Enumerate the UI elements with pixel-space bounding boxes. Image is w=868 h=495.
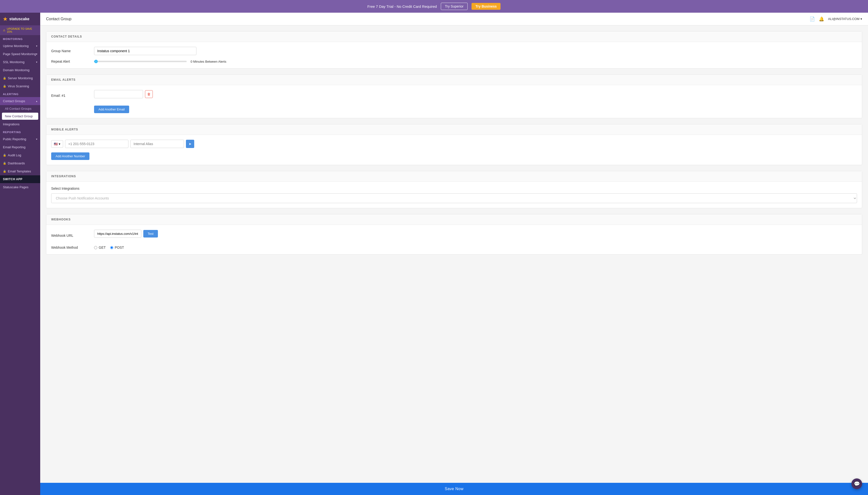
send-test-button[interactable]: ➤ [186, 140, 194, 148]
lock-icon: 🔒 [3, 170, 6, 173]
sidebar-item-server[interactable]: 🔒 Server Monitoring [0, 74, 40, 82]
radio-get[interactable]: GET [94, 245, 106, 250]
sidebar-item-dashboards[interactable]: 🔒 Dashboards [0, 159, 40, 167]
contact-groups-label: Contact Groups [3, 99, 25, 103]
integrations-body: Select Integrations Choose Push Notifica… [46, 182, 862, 208]
mobile-alerts-header: MOBILE ALERTS [46, 124, 862, 135]
group-name-label: Group Name [51, 49, 90, 53]
radio-get-label: GET [99, 245, 106, 250]
email-label: Email: #1 [51, 93, 90, 98]
chat-icon: 💬 [854, 481, 860, 487]
integrations-select[interactable]: Choose Push Notification Accounts [51, 193, 857, 203]
sidebar: ★ statuscake ⚠ UPGRADE TO SAVE 15% MONIT… [0, 13, 40, 495]
logo-icon: ★ [3, 16, 7, 22]
flag-select[interactable]: 🇺🇸 ▾ [51, 140, 63, 148]
lock-icon: 🔒 [3, 162, 6, 165]
add-email-button[interactable]: Add Another Email [94, 106, 129, 113]
sidebar-item-ssl[interactable]: SSL Monitoring ▾ [0, 58, 40, 66]
contact-details-body: Group Name Repeat Alert 0 Minutes Betwee… [46, 42, 862, 68]
sidebar-item-contact-groups[interactable]: Contact Groups ▴ [0, 97, 40, 105]
radio-get-input[interactable] [94, 246, 97, 249]
repeat-alert-label: Repeat Alert [51, 59, 90, 63]
document-icon[interactable]: 📄 [810, 16, 815, 22]
dashboards-label: Dashboards [8, 161, 37, 165]
monitoring-section-label: MONITORING [0, 35, 40, 42]
email-templates-label: Email Templates [8, 169, 37, 173]
upgrade-banner[interactable]: ⚠ UPGRADE TO SAVE 15% [0, 25, 40, 35]
switch-app-label: SWITCH APP [3, 177, 22, 181]
contact-details-section: CONTACT DETAILS Group Name Repeat Alert [46, 31, 862, 69]
contact-details-header: CONTACT DETAILS [46, 32, 862, 42]
repeat-alert-row: Repeat Alert 0 Minutes Between Alerts [51, 59, 857, 63]
sidebar-item-virus[interactable]: 🔒 Virus Scanning [0, 82, 40, 90]
integrations-header: INTEGRATIONS [46, 171, 862, 182]
radio-post-label: POST [115, 245, 124, 250]
uptime-label: Uptime Monitoring [3, 44, 29, 48]
webhook-url-input[interactable] [94, 230, 141, 238]
top-banner: Free 7 Day Trial - No Credit Card Requir… [0, 0, 868, 13]
server-label: Server Monitoring [8, 76, 37, 80]
sidebar-item-pagespeed[interactable]: Page Speed Monitoring ▾ [0, 50, 40, 58]
domain-label: Domain Monitoring [3, 68, 30, 72]
sidebar-sub-new-contact-group[interactable]: New Contact Group [2, 113, 38, 120]
audit-log-label: Audit Log [8, 153, 37, 157]
repeat-alert-value: 0 Minutes Between Alerts [191, 60, 226, 63]
chevron-down-icon: ▾ [36, 61, 37, 63]
webhooks-body: Webhook URL Test Webhook Method GET [46, 225, 862, 254]
email-alerts-header: EMAIL ALERTS [46, 74, 862, 85]
lock-icon: 🔒 [3, 154, 6, 157]
warning-icon: ⚠ [3, 29, 5, 32]
try-superior-button[interactable]: Try Superior [441, 3, 468, 10]
alerting-section-label: ALERTING [0, 90, 40, 97]
try-business-button[interactable]: Try Business [472, 3, 500, 10]
sidebar-item-switch-app[interactable]: SWITCH APP [0, 175, 40, 183]
sidebar-item-email-templates[interactable]: 🔒 Email Templates [0, 167, 40, 175]
sidebar-item-email-reporting[interactable]: Email Reporting [0, 143, 40, 151]
sidebar-item-audit-log[interactable]: 🔒 Audit Log [0, 151, 40, 159]
top-bar-right: 📄 🔔 ALI@INSTATUS.COM ▾ [810, 16, 862, 22]
user-menu[interactable]: ALI@INSTATUS.COM ▾ [828, 17, 862, 21]
sidebar-sub-all-contact-groups[interactable]: All Contact Groups [0, 105, 40, 112]
email-alerts-section: EMAIL ALERTS Email: #1 🗑 Add Another Ema… [46, 74, 862, 118]
email-row: Email: #1 🗑 [51, 90, 857, 101]
upgrade-text: UPGRADE TO SAVE 15% [7, 27, 37, 33]
save-button[interactable]: Save Now [44, 487, 864, 491]
webhook-url-input-row: Test [94, 230, 158, 238]
mobile-alerts-body: 🇺🇸 ▾ ➤ Add Another Number [46, 135, 862, 165]
email-input[interactable] [94, 90, 143, 98]
group-name-input[interactable] [94, 47, 196, 55]
slider-track[interactable] [94, 61, 187, 62]
add-number-button[interactable]: Add Another Number [51, 152, 89, 160]
banner-text: Free 7 Day Trial - No Credit Card Requir… [368, 4, 437, 8]
chevron-down-icon: ▾ [36, 53, 37, 55]
webhooks-section: WEBHOOKS Webhook URL Test Webhook Method [46, 214, 862, 255]
chevron-down-icon: ▾ [36, 138, 37, 140]
public-reporting-label: Public Reporting [3, 137, 26, 141]
radio-post[interactable]: POST [110, 245, 124, 250]
slider-thumb[interactable] [94, 60, 98, 63]
group-name-row: Group Name [51, 47, 857, 55]
phone-input[interactable] [65, 140, 128, 148]
webhook-url-row: Webhook URL Test [51, 230, 857, 241]
flag-icon: 🇺🇸 [54, 142, 58, 146]
sidebar-item-statuscake-pages[interactable]: Statuscake Pages [0, 183, 40, 191]
top-bar: Contact Group 📄 🔔 ALI@INSTATUS.COM ▾ [40, 13, 868, 25]
alias-input[interactable] [130, 140, 184, 148]
pagespeed-label: Page Speed Monitoring [3, 52, 36, 56]
delete-email-button[interactable]: 🗑 [145, 90, 153, 98]
virus-label: Virus Scanning [8, 84, 37, 88]
sidebar-item-domain[interactable]: Domain Monitoring [0, 66, 40, 74]
flag-chevron: ▾ [59, 142, 60, 146]
bell-icon[interactable]: 🔔 [819, 16, 824, 22]
test-webhook-button[interactable]: Test [143, 230, 158, 238]
phone-row: 🇺🇸 ▾ ➤ [51, 140, 857, 148]
sidebar-item-integrations[interactable]: Integrations [0, 120, 40, 128]
lock-icon: 🔒 [3, 85, 6, 88]
sidebar-item-public-reporting[interactable]: Public Reporting ▾ [0, 135, 40, 143]
chat-button[interactable]: 💬 [851, 478, 862, 489]
content-area: CONTACT DETAILS Group Name Repeat Alert [40, 25, 868, 483]
sidebar-item-uptime[interactable]: Uptime Monitoring ▾ [0, 42, 40, 50]
radio-post-input[interactable] [110, 246, 113, 249]
chevron-up-icon: ▴ [36, 100, 37, 102]
logo-text: statuscake [9, 17, 30, 21]
